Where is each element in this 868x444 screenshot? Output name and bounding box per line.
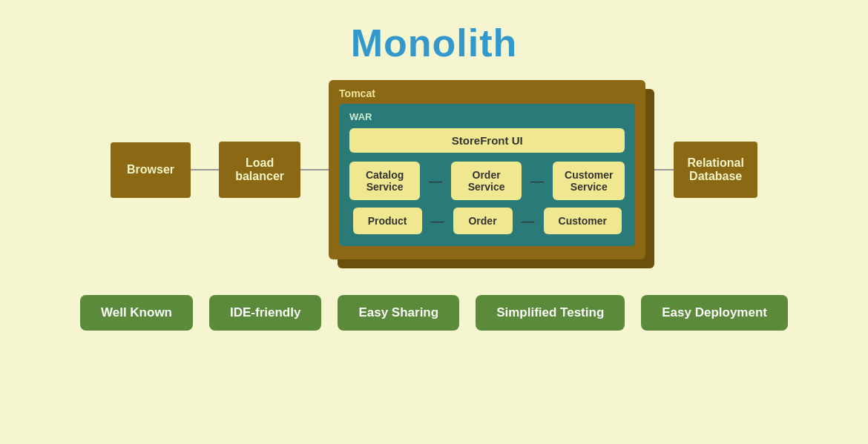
- badge-ide-friendly: IDE-friendly: [209, 295, 321, 331]
- data-connector-2: —: [520, 208, 536, 234]
- browser-box: Browser: [111, 142, 191, 198]
- tomcat-box: Tomcat WAR StoreFront UI CatalogService …: [329, 80, 645, 259]
- product-box: Product: [353, 208, 422, 234]
- data-row: Product — Order — Customer: [349, 208, 625, 234]
- service-row: CatalogService — OrderService — Customer…: [349, 162, 625, 200]
- badge-well-known: Well Known: [80, 295, 193, 331]
- connector-line-1: [191, 169, 219, 170]
- badge-easy-deployment: Easy Deployment: [641, 295, 788, 331]
- customer-box: Customer: [544, 208, 622, 234]
- svc-connector-1: —: [427, 162, 444, 200]
- database-box: RelationalDatabase: [674, 142, 757, 198]
- svc-connector-2: —: [529, 162, 545, 200]
- war-box: WAR StoreFront UI CatalogService — Order…: [339, 104, 635, 246]
- tomcat-container: Tomcat WAR StoreFront UI CatalogService …: [329, 80, 645, 259]
- storefront-bar: StoreFront UI: [349, 128, 625, 153]
- badges-row: Well Known IDE-friendly Easy Sharing Sim…: [0, 295, 868, 345]
- badge-easy-sharing: Easy Sharing: [338, 295, 459, 331]
- tomcat-label: Tomcat: [339, 87, 635, 99]
- data-connector-1: —: [430, 208, 446, 234]
- order-box: Order: [453, 208, 513, 234]
- connector-line-2: [300, 169, 329, 170]
- customer-service-box: CustomerService: [553, 162, 625, 200]
- load-balancer-box: Loadbalancer: [219, 142, 300, 198]
- page-title: Monolith: [0, 0, 868, 65]
- war-label: WAR: [349, 111, 625, 122]
- order-service-box: OrderService: [451, 162, 522, 200]
- badge-simplified-testing: Simplified Testing: [476, 295, 625, 331]
- diagram-area: Browser Loadbalancer Tomcat WAR StoreFro…: [0, 80, 868, 259]
- catalog-service-box: CatalogService: [349, 162, 420, 200]
